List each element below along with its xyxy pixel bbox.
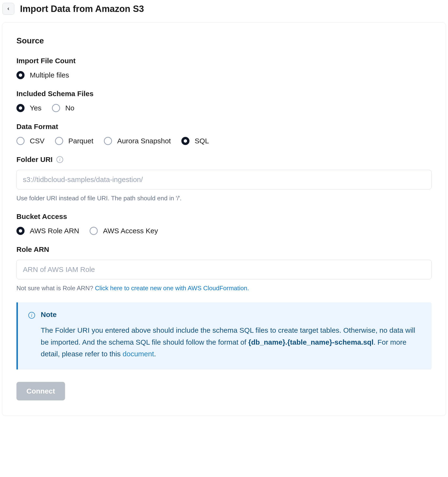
label-bucket-access: Bucket Access <box>17 213 431 221</box>
radio-schema-yes[interactable]: Yes <box>17 104 41 112</box>
radio-group-included-schema-files: Yes No <box>17 104 431 112</box>
label-role-arn: Role ARN <box>17 245 431 254</box>
folder-uri-input[interactable] <box>17 170 431 189</box>
radio-label: CSV <box>30 137 45 145</box>
label-data-format: Data Format <box>17 123 431 131</box>
radio-group-data-format: CSV Parquet Aurora Snapshot SQL <box>17 137 431 145</box>
radio-indicator-icon <box>17 71 24 79</box>
note-body: The Folder URI you entered above should … <box>41 324 421 360</box>
source-panel: Source Import File Count Multiple files … <box>2 22 446 416</box>
radio-indicator-icon <box>55 137 63 145</box>
radio-label: No <box>65 104 74 112</box>
role-arn-input[interactable] <box>17 260 431 279</box>
radio-group-import-file-count: Multiple files <box>17 71 431 79</box>
radio-multiple-files[interactable]: Multiple files <box>17 71 69 79</box>
chevron-left-icon <box>6 7 11 11</box>
radio-label: AWS Role ARN <box>30 227 79 235</box>
radio-schema-no[interactable]: No <box>52 104 74 112</box>
note-box: i Note The Folder URI you entered above … <box>17 302 431 370</box>
radio-bucket-role-arn[interactable]: AWS Role ARN <box>17 227 79 235</box>
radio-bucket-access-key[interactable]: AWS Access Key <box>90 227 158 235</box>
radio-label: Aurora Snapshot <box>117 137 171 145</box>
page-header: Import Data from Amazon S3 <box>0 0 448 21</box>
link-document[interactable]: document <box>123 350 154 358</box>
info-icon[interactable]: i <box>57 156 63 163</box>
radio-indicator-icon <box>52 104 60 112</box>
page-title: Import Data from Amazon S3 <box>20 4 144 14</box>
radio-label: Yes <box>30 104 41 112</box>
radio-format-sql[interactable]: SQL <box>181 137 209 145</box>
radio-label: Parquet <box>68 137 93 145</box>
radio-indicator-icon <box>17 104 24 112</box>
radio-indicator-icon <box>17 137 24 145</box>
label-folder-uri: Folder URI <box>17 155 53 164</box>
info-icon: i <box>28 312 35 319</box>
radio-format-csv[interactable]: CSV <box>17 137 45 145</box>
note-title: Note <box>41 310 421 319</box>
radio-group-bucket-access: AWS Role ARN AWS Access Key <box>17 227 431 235</box>
help-role-arn-prefix: Not sure what is Role ARN? <box>17 285 95 292</box>
link-create-role-arn[interactable]: Click here to create new one with AWS Cl… <box>95 285 249 292</box>
radio-indicator-icon <box>181 137 189 145</box>
note-content: Note The Folder URI you entered above sh… <box>41 310 421 360</box>
radio-indicator-icon <box>104 137 112 145</box>
radio-label: AWS Access Key <box>103 227 158 235</box>
help-role-arn: Not sure what is Role ARN? Click here to… <box>17 285 431 292</box>
connect-button[interactable]: Connect <box>17 382 65 400</box>
label-included-schema-files: Included Schema Files <box>17 90 431 98</box>
radio-format-aurora[interactable]: Aurora Snapshot <box>104 137 171 145</box>
note-text-bold: {db_name}.{table_name}-schema.sql <box>248 338 373 346</box>
label-import-file-count: Import File Count <box>17 57 431 65</box>
section-heading-source: Source <box>17 36 431 45</box>
label-folder-uri-row: Folder URI i <box>17 155 431 164</box>
note-text-3: . <box>154 350 156 358</box>
back-button[interactable] <box>2 3 14 15</box>
radio-indicator-icon <box>17 227 24 235</box>
radio-indicator-icon <box>90 227 98 235</box>
radio-format-parquet[interactable]: Parquet <box>55 137 93 145</box>
radio-label: SQL <box>195 137 209 145</box>
help-folder-uri: Use folder URI instead of file URI. The … <box>17 195 431 202</box>
radio-label: Multiple files <box>30 71 69 79</box>
